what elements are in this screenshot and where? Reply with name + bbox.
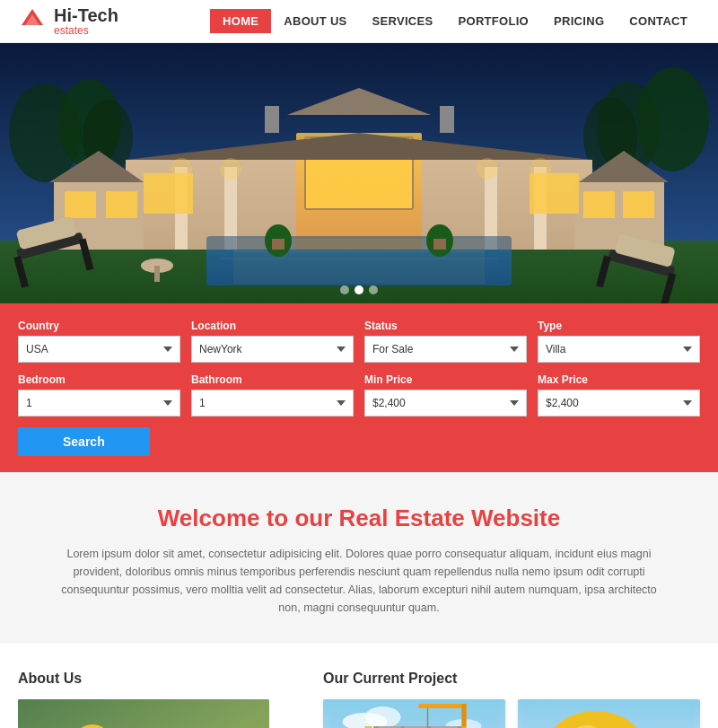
- svg-rect-31: [65, 191, 96, 218]
- location-label: Location: [191, 320, 354, 332]
- header: Hi-Tech estates HOME ABOUT US SERVICES P…: [0, 0, 718, 43]
- country-field: Country USA: [18, 320, 180, 363]
- svg-point-41: [220, 158, 241, 180]
- logo-title: Hi-Tech: [54, 5, 118, 25]
- svg-rect-34: [623, 191, 654, 218]
- svg-rect-33: [583, 191, 615, 218]
- location-field: Location NewYork: [191, 320, 354, 363]
- project-card-1: Project : Bluway Building Location : eVa…: [323, 699, 505, 728]
- max-price-label: Max Price: [538, 373, 700, 386]
- hero-svg: [0, 43, 718, 303]
- max-price-select[interactable]: $2,400: [538, 390, 700, 417]
- bathroom-select[interactable]: 1: [191, 390, 354, 417]
- min-price-label: Min Price: [364, 373, 527, 386]
- project-title: Our Current Project: [323, 671, 700, 687]
- hero-dots: [340, 285, 378, 294]
- bathroom-label: Bathroom: [191, 373, 354, 386]
- svg-rect-55: [154, 266, 160, 282]
- project-cards: Project : Bluway Building Location : eVa…: [323, 699, 700, 728]
- status-select[interactable]: For Sale: [364, 336, 527, 363]
- nav-item-services[interactable]: SERVICES: [360, 9, 446, 33]
- status-label: Status: [364, 320, 527, 332]
- project-column: Our Current Project: [323, 671, 700, 728]
- project-img-2: [518, 699, 700, 728]
- svg-point-92: [365, 706, 401, 728]
- search-row-2: Bedroom 1 Bathroom 1 Min Price $2,400 Ma…: [18, 373, 700, 417]
- svg-point-43: [530, 158, 551, 180]
- country-select[interactable]: USA: [18, 336, 180, 363]
- max-price-field: Max Price $2,400: [538, 373, 700, 417]
- hero-dot-1[interactable]: [340, 285, 349, 294]
- country-label: Country: [18, 320, 180, 332]
- search-section: Country USA Location NewYork Status For …: [0, 303, 718, 472]
- welcome-section: Welcome to our Real Estate Website Lorem…: [0, 472, 718, 644]
- logo-subtitle: estates: [54, 25, 118, 37]
- hero-scene: [0, 43, 718, 303]
- hero-banner: [0, 43, 718, 303]
- location-select[interactable]: NewYork: [191, 336, 354, 363]
- about-svg: [18, 699, 269, 728]
- nav-item-about[interactable]: ABOUT US: [271, 9, 359, 33]
- svg-rect-36: [530, 173, 579, 214]
- svg-rect-61: [18, 699, 269, 728]
- type-label: Type: [538, 320, 700, 332]
- min-price-field: Min Price $2,400: [364, 373, 527, 417]
- svg-point-40: [171, 158, 192, 180]
- bedroom-select[interactable]: 1: [18, 390, 180, 417]
- about-column: About Us: [18, 671, 305, 728]
- about-title: About Us: [18, 671, 305, 687]
- welcome-title: Welcome to our Real Estate Website: [54, 504, 664, 532]
- svg-rect-37: [265, 106, 279, 133]
- svg-rect-112: [419, 704, 467, 708]
- hero-dot-2[interactable]: [355, 285, 363, 294]
- svg-point-42: [477, 158, 498, 180]
- bathroom-field: Bathroom 1: [191, 373, 354, 417]
- bedroom-label: Bedroom: [18, 373, 180, 386]
- lower-section: About Us: [0, 644, 718, 728]
- search-button[interactable]: Search: [18, 427, 150, 456]
- svg-rect-58: [272, 239, 285, 250]
- helmet-svg: [518, 699, 700, 728]
- logo-icon: [18, 7, 47, 36]
- svg-rect-38: [440, 106, 454, 133]
- project-img-1: [323, 699, 505, 728]
- welcome-body: Lorem ipsum dolor sit amet, consectetur …: [54, 545, 664, 617]
- building-svg: [323, 699, 505, 728]
- status-field: Status For Sale: [364, 320, 527, 363]
- nav-item-portfolio[interactable]: PORTFOLIO: [446, 9, 542, 33]
- svg-rect-32: [106, 191, 137, 218]
- nav-item-home[interactable]: HOME: [210, 9, 271, 33]
- svg-rect-113: [462, 704, 467, 726]
- type-select[interactable]: Villa: [538, 336, 700, 363]
- main-nav: HOME ABOUT US SERVICES PORTFOLIO PRICING…: [210, 9, 700, 33]
- search-row-1: Country USA Location NewYork Status For …: [18, 320, 700, 363]
- logo: Hi-Tech estates: [18, 5, 118, 37]
- about-image: [18, 699, 269, 728]
- type-field: Type Villa: [538, 320, 700, 363]
- svg-rect-59: [433, 239, 446, 250]
- svg-rect-35: [144, 173, 193, 214]
- nav-item-pricing[interactable]: PRICING: [541, 9, 617, 33]
- project-card-2: Project : Bluway Building Location : eVa…: [518, 699, 700, 728]
- nav-item-contact[interactable]: CONTACT: [617, 9, 700, 33]
- logo-text: Hi-Tech estates: [54, 5, 118, 37]
- svg-point-6: [637, 67, 709, 171]
- bedroom-field: Bedroom 1: [18, 373, 180, 417]
- search-button-row: Search: [18, 427, 700, 456]
- min-price-select[interactable]: $2,400: [364, 390, 527, 417]
- hero-dot-3[interactable]: [369, 285, 378, 294]
